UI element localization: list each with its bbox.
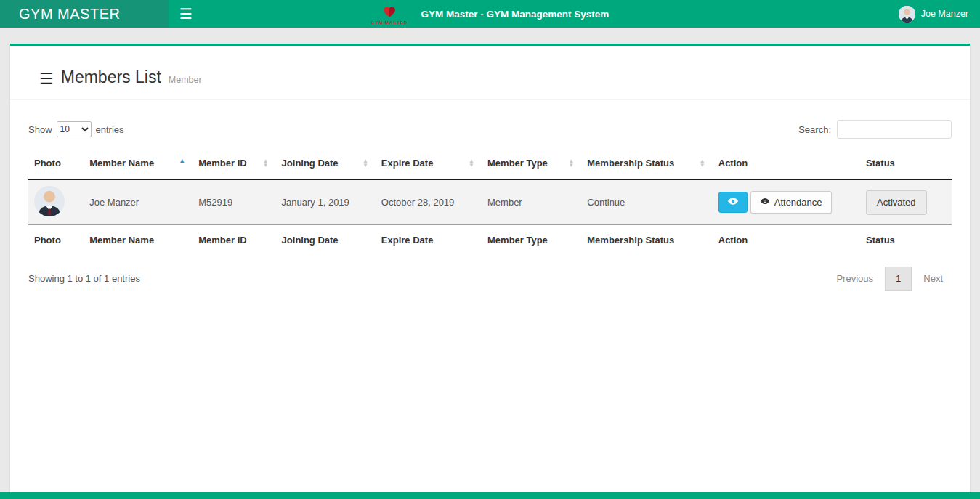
sort-asc-icon: ▲ (179, 158, 187, 163)
brand-label: GYM MASTER (19, 6, 120, 23)
table-header-row: Photo Member Name ▲ Member ID ▲▼ Joining… (28, 147, 952, 179)
footer-member-name: Member Name (84, 225, 193, 256)
cell-membership-status: Continue (581, 179, 712, 225)
brand-link[interactable]: GYM MASTER (0, 0, 169, 28)
cell-action: Attendance (713, 179, 860, 225)
page-subtitle: Member (169, 75, 202, 85)
footer-action: Action (713, 225, 860, 256)
eye-icon (727, 195, 739, 209)
cell-photo (28, 179, 84, 225)
header-action: Action (713, 147, 860, 179)
pagination: Previous 1 Next (827, 267, 952, 291)
showing-entries-info: Showing 1 to 1 of 1 entries (28, 273, 140, 284)
sort-icon: ▲▼ (469, 159, 476, 168)
page-length-control: Show 10 entries (28, 121, 124, 137)
status-button[interactable]: Activated (866, 190, 926, 215)
page-1-button[interactable]: 1 (885, 267, 912, 291)
sort-icon: ▲▼ (363, 159, 370, 168)
page-length-select[interactable]: 10 (57, 121, 92, 137)
members-table: Photo Member Name ▲ Member ID ▲▼ Joining… (28, 147, 952, 255)
datatable-controls: Show 10 entries Search: (28, 107, 952, 147)
header-joining-date[interactable]: Joining Date ▲▼ (276, 147, 376, 179)
cell-member-type: Member (482, 179, 581, 225)
sort-icon: ▲▼ (263, 159, 270, 168)
cell-status: Activated (860, 179, 952, 225)
header-member-id[interactable]: Member ID ▲▼ (193, 147, 275, 179)
members-list-card: ☰ Members List Member Show 10 entries Se… (10, 44, 970, 492)
header-photo: Photo (28, 147, 84, 179)
footer-photo: Photo (28, 225, 84, 256)
cell-joining-date: January 1, 2019 (276, 179, 376, 225)
header-member-name[interactable]: Member Name ▲ (84, 147, 193, 179)
table-footer-row: Photo Member Name Member ID Joining Date… (28, 225, 952, 256)
heart-logo-icon (382, 6, 397, 20)
show-label: Show (28, 124, 52, 135)
user-name: Joe Manzer (921, 9, 968, 19)
app-title: GYM Master - GYM Management System (421, 9, 609, 20)
next-page-button[interactable]: Next (915, 267, 952, 290)
search-control: Search: (798, 120, 952, 139)
footer-bar (0, 492, 980, 499)
table-row: Joe Manzer M52919 January 1, 2019 Octobe… (28, 179, 952, 225)
attendance-eye-icon (760, 196, 770, 208)
hamburger-menu-icon[interactable]: ☰ (169, 0, 203, 28)
datatable-footer: Showing 1 to 1 of 1 entries Previous 1 N… (28, 255, 952, 302)
search-input[interactable] (837, 120, 952, 139)
entries-label: entries (96, 124, 124, 135)
footer-membership-status: Membership Status (581, 225, 712, 256)
attendance-button[interactable]: Attendance (750, 191, 832, 214)
cell-member-name: Joe Manzer (84, 179, 193, 225)
sort-icon: ▲▼ (700, 159, 707, 168)
card-body: Show 10 entries Search: (10, 100, 970, 302)
list-menu-icon: ☰ (39, 70, 54, 89)
logo-text: GYM MASTER (371, 20, 408, 25)
footer-expire-date: Expire Date (376, 225, 482, 256)
header-member-type[interactable]: Member Type ▲▼ (482, 147, 581, 179)
attendance-label: Attendance (774, 197, 822, 208)
user-menu[interactable]: Joe Manzer (887, 0, 980, 28)
cell-expire-date: October 28, 2019 (376, 179, 482, 225)
footer-status: Status (860, 225, 952, 256)
header-membership-status[interactable]: Membership Status ▲▼ (581, 147, 712, 179)
footer-member-id: Member ID (193, 225, 275, 256)
page-title: Members List (61, 68, 161, 87)
header-status: Status (860, 147, 952, 179)
footer-joining-date: Joining Date (276, 225, 376, 256)
cell-member-id: M52919 (193, 179, 275, 225)
sort-icon: ▲▼ (568, 159, 575, 168)
navbar: GYM MASTER ☰ GYM MASTER GYM Master - GYM… (0, 0, 980, 28)
page-header: ☰ Members List Member (10, 46, 970, 100)
app-logo: GYM MASTER (371, 6, 408, 25)
member-photo (34, 186, 65, 216)
search-label: Search: (798, 124, 831, 135)
header-expire-date[interactable]: Expire Date ▲▼ (376, 147, 482, 179)
view-member-button[interactable] (718, 192, 748, 213)
footer-member-type: Member Type (482, 225, 581, 256)
user-avatar (899, 6, 915, 23)
previous-page-button[interactable]: Previous (827, 267, 882, 290)
content-wrapper: ☰ Members List Member Show 10 entries Se… (0, 28, 980, 492)
